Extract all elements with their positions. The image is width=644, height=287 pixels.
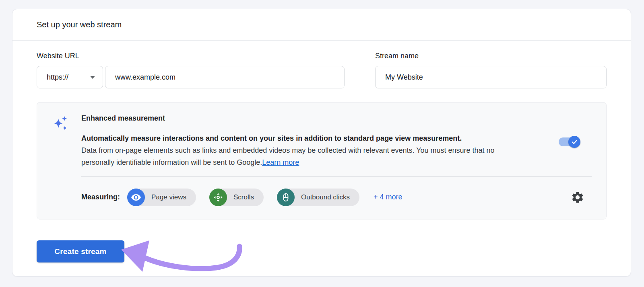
enhanced-measurement-toggle[interactable] (559, 137, 580, 146)
stream-name-group: Stream name (375, 52, 607, 88)
stream-name-input[interactable] (375, 66, 607, 88)
checkmark-icon (571, 138, 578, 146)
setup-web-stream-dialog: Set up your web stream Website URL https… (12, 9, 631, 277)
website-url-group: Website URL https:// (37, 52, 345, 88)
measuring-label: Measuring: (81, 193, 120, 201)
protocol-dropdown-value: https:// (47, 73, 68, 82)
chip-page-views[interactable]: Page views (127, 189, 196, 206)
mouse-icon (277, 189, 295, 206)
learn-more-link[interactable]: Learn more (262, 158, 299, 166)
enhanced-measurement-description: Automatically measure interactions and c… (81, 132, 518, 168)
chip-outbound-clicks[interactable]: Outbound clicks (277, 189, 359, 206)
chip-label: Page views (151, 193, 186, 201)
website-url-label: Website URL (37, 52, 345, 60)
chip-label: Outbound clicks (301, 193, 350, 201)
sparkle-icon (53, 127, 68, 133)
create-stream-button[interactable]: Create stream (37, 240, 124, 262)
chip-scrolls[interactable]: Scrolls (209, 189, 264, 206)
chip-label: Scrolls (233, 193, 254, 201)
gear-icon[interactable] (571, 191, 584, 204)
enhanced-measurement-title: Enhanced measurement (81, 113, 592, 123)
toggle-thumb (568, 136, 580, 148)
stream-name-label: Stream name (375, 52, 607, 60)
protocol-dropdown[interactable]: https:// (37, 66, 103, 88)
enhanced-measurement-card: Enhanced measurement Automatically measu… (37, 102, 607, 219)
chevron-down-icon (90, 76, 95, 79)
eye-icon (127, 189, 145, 206)
scroll-move-icon (209, 189, 227, 206)
more-events-link[interactable]: + 4 more (374, 193, 402, 201)
dialog-title: Set up your web stream (12, 9, 631, 41)
website-url-input[interactable] (105, 66, 345, 88)
description-bold-text: Automatically measure interactions and c… (81, 132, 518, 144)
